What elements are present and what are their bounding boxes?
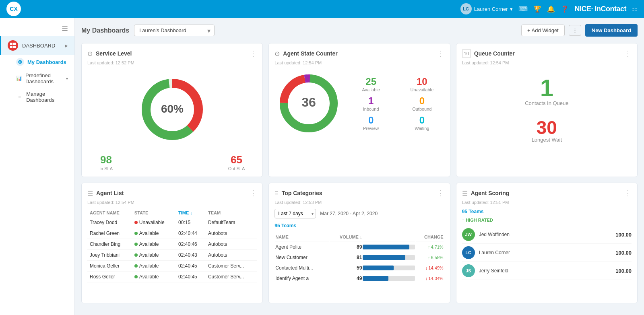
queue-counter-icon: 10: [464, 51, 469, 56]
agent-state-header: ⊙ Agent State Counter ⋮: [275, 49, 444, 58]
scoring-agent-score: 100.00: [615, 268, 632, 274]
cat-bar-cell: [363, 242, 415, 252]
cat-change-text: ↓ 14.49%: [416, 266, 443, 270]
sidebar-toggle[interactable]: ☰: [0, 21, 74, 36]
scoring-row: JS Jerry Seinfeld 100.00: [462, 262, 632, 280]
add-widget-button[interactable]: + Add Widget: [521, 25, 565, 36]
cx-logo-text: CX: [10, 6, 17, 12]
cat-bar-bg: [363, 255, 415, 260]
agent-list-icon: ☰: [87, 189, 93, 197]
longest-wait-value: 30: [532, 118, 562, 137]
dashboard-icon: [8, 40, 18, 51]
stat-unavailable-label: Unavailable: [400, 87, 444, 92]
stat-outbound-label: Outbound: [400, 107, 444, 111]
service-level-updated: Last updated: 12:52 PM: [87, 60, 257, 65]
cat-change-text: ↑ 6.58%: [416, 255, 443, 260]
cat-volume-cell: 81: [330, 253, 362, 262]
cat-table-row: New Customer 81 ↑ 6.58%: [275, 253, 443, 262]
cat-change-cell: ↓ 14.04%: [416, 274, 443, 283]
top-categories-header: ≡ Top Categories ⋮: [275, 189, 444, 198]
agent-team-cell: DefaultTeam: [206, 217, 257, 228]
apps-icon[interactable]: ⚏: [632, 5, 638, 13]
cat-change-text: ↓ 14.04%: [416, 276, 443, 281]
agent-team-cell: Autobots: [206, 239, 257, 250]
top-cat-teams-link[interactable]: 95 Teams: [275, 223, 296, 229]
agent-table-row: Rachel Green Available 02:40:44 Autobots: [87, 228, 257, 239]
top-categories-menu[interactable]: ⋮: [437, 189, 444, 198]
sidebar-item-dashboard[interactable]: DASHBOARD ▶: [0, 36, 74, 55]
agent-table: AGENT NAME STATE TIME ↓ TEAM Tracey Dodd…: [87, 209, 257, 282]
agent-state-container: 36 25 Available 10 Unavailable 1: [275, 69, 444, 138]
cat-name-cell: New Customer: [275, 253, 329, 262]
sidebar-item-manage[interactable]: ≡ Manage Dashboards: [0, 88, 74, 106]
user-dropdown-arrow[interactable]: ▾: [510, 6, 513, 12]
agent-name-cell: Rachel Green: [87, 228, 132, 239]
stat-available-value: 25: [349, 76, 393, 87]
agent-name-cell: Tracey Dodd: [87, 217, 132, 228]
cat-name-cell: Agent Polite: [275, 242, 329, 252]
stat-outbound-value: 0: [400, 95, 444, 107]
cx-logo[interactable]: CX: [6, 2, 21, 16]
agent-state-widget: ⊙ Agent State Counter ⋮ Last updated: 12…: [268, 43, 450, 177]
stat-preview-value: 0: [349, 115, 393, 126]
keyboard-icon[interactable]: ⌨: [518, 5, 528, 13]
agent-state-icon: ⊙: [275, 50, 280, 58]
sidebar-item-predefined[interactable]: 📊 Predefined Dashboards ▾: [0, 69, 74, 88]
top-navigation: CX LC Lauren Corner ▾ ⌨ 🏆 🔔 ❓ NICE· inCo…: [0, 0, 644, 18]
cat-name-cell: Identify Agent a: [275, 274, 329, 283]
agent-time-cell: 02:40:43: [176, 250, 206, 261]
dashboard-title: My Dashboards: [81, 27, 129, 34]
status-dot: [134, 264, 138, 268]
cat-name-cell: Contacted Multi...: [275, 263, 329, 273]
contacts-in-queue: 1 Contacts In Queue: [525, 76, 568, 106]
agent-scoring-menu[interactable]: ⋮: [624, 189, 632, 198]
service-level-percentage: 60%: [161, 103, 184, 115]
top-categories-updated: Last updated: 12:53 PM: [275, 200, 444, 205]
top-cat-period-select[interactable]: Last 7 days Last 30 days Last 90 days: [275, 209, 316, 218]
out-sla-stat: 65 Out SLA: [228, 154, 245, 171]
cat-volume-cell: 89: [330, 242, 362, 252]
queue-counter-menu[interactable]: ⋮: [624, 49, 632, 58]
status-dot: [134, 275, 138, 278]
agent-table-row: Tracey Dodd Unavailable 00:15 DefaultTea…: [87, 217, 257, 228]
help-icon[interactable]: ❓: [561, 5, 569, 13]
stat-outbound: 0 Outbound: [400, 95, 444, 111]
top-cat-select-wrapper: Last 7 days Last 30 days Last 90 days ▾: [275, 209, 316, 218]
agent-list-menu[interactable]: ⋮: [250, 189, 257, 198]
scoring-avatar: JW: [462, 228, 475, 241]
trophy-icon[interactable]: 🏆: [533, 5, 541, 13]
bell-icon[interactable]: 🔔: [547, 5, 555, 13]
scoring-avatar: JS: [462, 264, 475, 277]
agent-scoring-title: Agent Scoring: [471, 190, 510, 196]
top-categories-title-row: ≡ Top Categories: [275, 189, 322, 197]
sidebar-item-my-dashboards[interactable]: My Dashboards: [0, 55, 74, 69]
cat-change-arrow: ↓: [425, 266, 428, 270]
svg-rect-0: [10, 43, 12, 45]
scoring-rows: JW Jed Woffinden 100.00 LC Lauren Corner…: [462, 226, 632, 280]
svg-rect-2: [10, 46, 12, 48]
col-state: STATE: [132, 209, 176, 217]
more-options-button[interactable]: ⋮: [569, 25, 581, 36]
dashboard-select-wrapper: Lauren's Dashboard Default Dashboard Cus…: [134, 25, 215, 36]
dashboard-select[interactable]: Lauren's Dashboard Default Dashboard Cus…: [134, 25, 215, 36]
user-menu[interactable]: LC Lauren Corner ▾: [460, 3, 513, 14]
out-sla-value: 65: [228, 154, 245, 166]
cat-change-cell: ↑ 6.58%: [416, 253, 443, 262]
cat-bar-bg: [363, 276, 415, 281]
agent-state-donut: 36: [275, 69, 343, 138]
agent-state-menu[interactable]: ⋮: [437, 49, 444, 58]
svg-rect-3: [13, 46, 16, 48]
scoring-row: JW Jed Woffinden 100.00: [462, 226, 632, 244]
service-level-menu[interactable]: ⋮: [250, 49, 257, 58]
scoring-teams-link[interactable]: 95 Teams: [462, 209, 632, 214]
cat-volume-cell: 59: [330, 263, 362, 273]
col-time[interactable]: TIME ↓: [176, 209, 206, 217]
new-dashboard-button[interactable]: New Dashboard: [585, 24, 638, 37]
predefined-icon: 📊: [16, 74, 22, 82]
agent-list-widget: ☰ Agent List ⋮ Last updated: 12:54 PM AG…: [81, 183, 263, 303]
agent-scoring-title-row: ☰ Agent Scoring: [462, 189, 510, 197]
queue-counter-updated: Last updated: 12:54 PM: [462, 60, 632, 65]
agent-state-title: Agent State Counter: [283, 50, 337, 57]
col-cat-change: CHANGE: [416, 233, 443, 241]
queue-counter-title: Queue Counter: [474, 50, 515, 57]
